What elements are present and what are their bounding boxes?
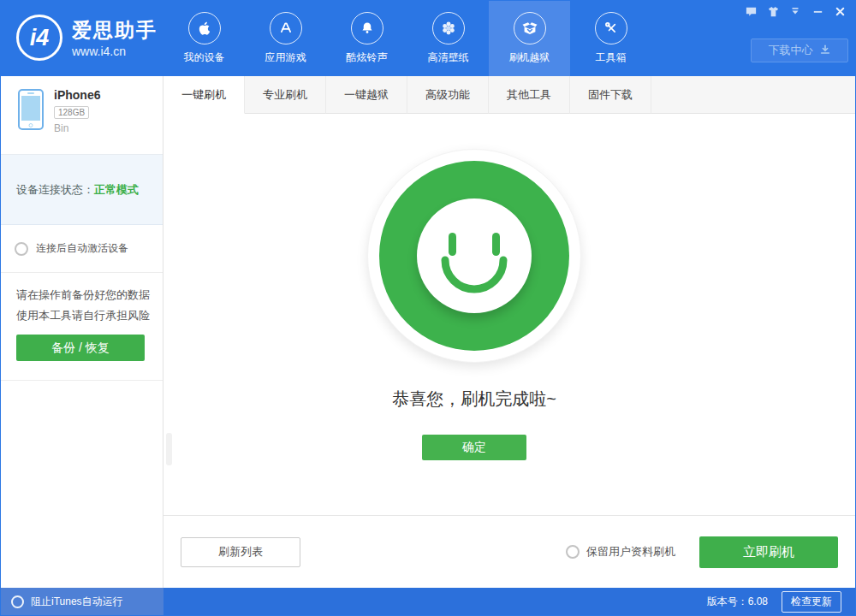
- main-content: 一键刷机 专业刷机 一键越狱 高级功能 其他工具 固件下载: [163, 76, 855, 588]
- flash-result-panel: 恭喜您，刷机完成啦~ 确定: [163, 114, 855, 515]
- apple-icon: [188, 12, 221, 44]
- warning-line-2: 使用本工具请自行承担风险: [16, 305, 163, 326]
- nav-label: 我的设备: [184, 50, 225, 65]
- tab-other-tools[interactable]: 其他工具: [489, 76, 570, 114]
- close-icon[interactable]: [833, 4, 847, 18]
- i4-logo-icon: i4: [16, 15, 62, 61]
- block-itunes-option[interactable]: 阻止iTunes自动运行: [1, 588, 163, 615]
- tabbar-filler: [651, 76, 855, 114]
- sidebar-filler: [1, 381, 163, 588]
- bell-icon: [351, 12, 383, 44]
- refresh-list-button[interactable]: 刷新列表: [181, 537, 300, 567]
- block-itunes-label: 阻止iTunes自动运行: [31, 595, 123, 609]
- tab-firmware-download[interactable]: 固件下载: [570, 76, 651, 114]
- app-logo: i4 爱思助手 www.i4.cn: [16, 15, 158, 61]
- nav-item-wallpapers[interactable]: 高清壁纸: [407, 1, 489, 76]
- keep-user-data-label: 保留用户资料刷机: [586, 544, 675, 560]
- jailbreak-box-icon: [514, 12, 546, 44]
- keep-user-data-radio[interactable]: [566, 545, 580, 559]
- nav-label: 刷机越狱: [509, 50, 550, 65]
- backup-restore-button[interactable]: 备份 / 恢复: [16, 335, 145, 361]
- download-center-button[interactable]: 下载中心: [751, 38, 848, 62]
- flower-icon: [432, 12, 465, 44]
- iphone-icon: [18, 89, 44, 130]
- tab-pro-flash[interactable]: 专业刷机: [245, 76, 326, 114]
- appstore-icon: [270, 12, 302, 44]
- keep-user-data-option[interactable]: 保留用户资料刷机: [566, 544, 675, 560]
- device-owner: Bin: [54, 122, 163, 134]
- logo-mark-text: i4: [30, 25, 50, 51]
- scrollbar-thumb[interactable]: [166, 433, 172, 465]
- nav-item-ringtones[interactable]: 酷炫铃声: [326, 1, 407, 76]
- app-name: 爱思助手: [72, 17, 158, 44]
- app-site: www.i4.cn: [72, 44, 158, 58]
- download-center-label: 下载中心: [769, 43, 813, 58]
- flash-now-button[interactable]: 立即刷机: [699, 536, 838, 568]
- nav-label: 工具箱: [596, 50, 627, 65]
- download-icon: [819, 44, 831, 58]
- tab-one-click-flash[interactable]: 一键刷机: [163, 76, 245, 114]
- app-window: i4 爱思助手 www.i4.cn 我的设备 应用游戏: [0, 0, 856, 616]
- statusbar: 阻止iTunes自动运行 版本号：6.08 检查更新: [1, 588, 855, 615]
- check-update-button[interactable]: 检查更新: [782, 591, 841, 613]
- device-capacity-badge: 128GB: [54, 106, 89, 119]
- nav-item-toolbox[interactable]: 工具箱: [570, 1, 651, 76]
- window-controls: [744, 4, 847, 18]
- success-message: 恭喜您，刷机完成啦~: [392, 388, 556, 411]
- feedback-icon[interactable]: [744, 4, 758, 18]
- connection-status: 设备连接状态： 正常模式: [1, 155, 163, 225]
- connection-status-label: 设备连接状态：: [16, 182, 94, 198]
- warning-line-1: 请在操作前备份好您的数据: [16, 285, 163, 305]
- action-bar: 刷新列表 保留用户资料刷机 立即刷机: [163, 515, 855, 588]
- device-card: iPhone6 128GB Bin: [1, 76, 163, 155]
- auto-activate-label: 连接后自动激活设备: [36, 241, 128, 256]
- tabbar: 一键刷机 专业刷机 一键越狱 高级功能 其他工具 固件下载: [163, 76, 855, 114]
- toolbox-icon: [595, 12, 627, 44]
- connection-status-value: 正常模式: [94, 182, 139, 198]
- block-itunes-radio[interactable]: [11, 595, 24, 608]
- tab-one-click-jailbreak[interactable]: 一键越狱: [326, 76, 407, 114]
- tab-advanced[interactable]: 高级功能: [407, 76, 489, 114]
- nav-item-my-devices[interactable]: 我的设备: [163, 1, 245, 76]
- nav-label: 高清壁纸: [428, 50, 469, 65]
- body: iPhone6 128GB Bin 设备连接状态： 正常模式 连接后自动激活设备…: [1, 76, 855, 588]
- skin-icon[interactable]: [766, 4, 780, 18]
- backup-warning: 请在操作前备份好您的数据 使用本工具请自行承担风险 备份 / 恢复: [1, 273, 163, 381]
- nav-label: 应用游戏: [265, 50, 306, 65]
- nav-label: 酷炫铃声: [347, 50, 388, 65]
- nav-item-flash-jailbreak[interactable]: 刷机越狱: [489, 1, 570, 76]
- auto-activate-option[interactable]: 连接后自动激活设备: [1, 225, 163, 273]
- main-nav: 我的设备 应用游戏 酷炫铃声 高清壁纸: [163, 1, 651, 76]
- nav-item-apps-games[interactable]: 应用游戏: [245, 1, 326, 76]
- auto-activate-radio[interactable]: [15, 242, 28, 256]
- device-name: iPhone6: [54, 88, 163, 102]
- dropdown-icon[interactable]: [788, 4, 802, 18]
- version-label: 版本号：6.08: [707, 595, 768, 609]
- ok-button[interactable]: 确定: [422, 435, 526, 460]
- smiley-face-icon: [417, 198, 532, 313]
- minimize-icon[interactable]: [811, 4, 824, 18]
- sidebar: iPhone6 128GB Bin 设备连接状态： 正常模式 连接后自动激活设备…: [1, 76, 163, 588]
- smiley-icon: [367, 149, 581, 363]
- header: i4 爱思助手 www.i4.cn 我的设备 应用游戏: [1, 1, 855, 76]
